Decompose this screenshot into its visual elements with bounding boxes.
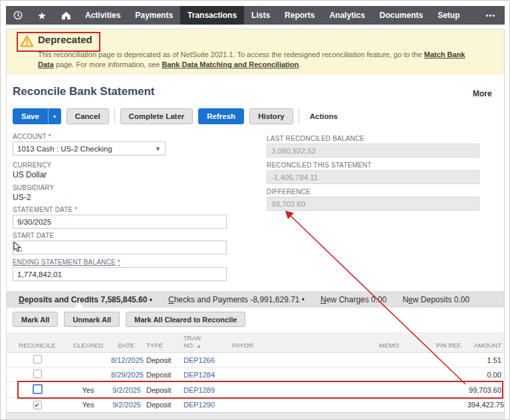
payor-cell <box>229 398 346 412</box>
account-select[interactable]: 1013 Cash : US-2 Checking ▼ <box>13 142 166 156</box>
home-icon[interactable] <box>54 6 78 25</box>
more-link[interactable]: More <box>473 89 492 98</box>
date-link[interactable]: 9/2/2025 <box>112 401 141 409</box>
cleared-cell <box>68 353 108 368</box>
shortcuts-star-icon[interactable]: ★ <box>30 6 54 25</box>
tab-total: -8,991,629.71 <box>250 295 299 304</box>
last-reconciled-balance-label: LAST RECONCILED BALANCE <box>267 135 364 142</box>
col-cleared[interactable]: CLEARED <box>68 332 108 353</box>
cleared-cell <box>68 368 108 382</box>
required-asterisk: * <box>74 206 77 213</box>
start-date-input[interactable] <box>13 241 227 255</box>
tab-deposits-and-credits[interactable]: Deposits and Credits 7,585,845.60 • <box>19 295 152 304</box>
type-cell: Deposit <box>144 382 181 398</box>
save-button[interactable]: Save <box>13 108 48 124</box>
amount-cell: 0.00 <box>465 368 504 382</box>
reconciled-this-statement-input <box>267 170 479 184</box>
complete-later-button[interactable]: Complete Later <box>120 108 193 124</box>
difference-label: DIFFERENCE <box>267 188 311 195</box>
pn-ref-cell <box>432 368 465 382</box>
memo-cell <box>346 382 432 398</box>
tab-label-part: eposits and Credits <box>25 295 98 304</box>
save-dropdown-caret-icon[interactable]: ▼ <box>48 108 61 124</box>
ending-statement-balance-input[interactable] <box>13 267 227 281</box>
col-pn-ref[interactable]: P/N REF. <box>432 332 465 353</box>
memo-cell <box>346 353 432 368</box>
reconcile-checkbox[interactable] <box>33 355 42 364</box>
nav-overflow-menu[interactable]: ••• <box>476 6 505 25</box>
tran-no-link[interactable]: DEP1290 <box>184 401 215 409</box>
col-tran-line1: TRAN <box>184 334 201 342</box>
subsidiary-value: US-2 <box>13 193 31 202</box>
col-payor[interactable]: PAYOR <box>229 332 346 353</box>
select-caret-icon: ▼ <box>155 146 161 152</box>
currency-value: US Dollar <box>13 170 47 179</box>
refresh-button[interactable]: Refresh <box>198 108 244 124</box>
ending-statement-balance-label[interactable]: ENDING STATEMENT BALANCE* <box>13 259 120 266</box>
bottom-scroll-strip[interactable] <box>7 412 504 420</box>
nav-item-lists[interactable]: Lists <box>244 6 277 25</box>
date-link[interactable]: 8/29/2025 <box>111 371 144 379</box>
tran-no-link[interactable]: DEP1266 <box>184 356 215 364</box>
col-reconcile[interactable]: RECONCILE <box>7 332 68 353</box>
statement-date-input[interactable] <box>13 215 227 229</box>
nav-item-analytics[interactable]: Analytics <box>322 6 372 25</box>
unmark-all-button[interactable]: Unmark All <box>64 312 120 327</box>
mark-all-cleared-button[interactable]: Mark All Cleared to Reconcile <box>126 312 245 327</box>
col-date[interactable]: DATE <box>108 332 144 353</box>
reconciled-this-statement-label: RECONCILED THIS STATEMENT <box>267 161 372 169</box>
tab-checks-and-payments[interactable]: Checks and Payments -8,991,629.71 • <box>168 295 305 304</box>
payor-cell <box>229 353 346 368</box>
memo-cell <box>346 398 432 412</box>
nav-item-activities[interactable]: Activities <box>78 6 128 25</box>
cancel-button[interactable]: Cancel <box>66 108 109 124</box>
type-cell: Deposit <box>144 368 181 382</box>
tab-label-part: w Deposits <box>413 295 452 304</box>
required-asterisk: * <box>49 133 51 140</box>
table-row: ✔ Yes 9/2/2025 Deposit DEP1290 394,422.7… <box>7 398 504 412</box>
cleared-cell: Yes <box>68 382 108 398</box>
reconcile-checkbox[interactable] <box>33 369 42 378</box>
tab-new-charges[interactable]: New Charges 0.00 <box>320 295 386 304</box>
tab-total: 0.00 <box>371 295 386 304</box>
nav-item-reports[interactable]: Reports <box>277 6 322 25</box>
tab-bullet: • <box>299 295 305 304</box>
tab-new-deposits[interactable]: New Deposits 0.00 <box>402 295 469 304</box>
tab-total: 0.00 <box>454 295 469 304</box>
tran-no-link[interactable]: DEP1289 <box>184 386 215 394</box>
mark-all-button[interactable]: Mark All <box>13 312 58 327</box>
pn-ref-cell <box>432 382 465 398</box>
reconcile-checkbox-checked[interactable]: ✔ <box>33 401 42 409</box>
nav-item-transactions[interactable]: Transactions <box>180 6 244 25</box>
subtab-strip: Deposits and Credits 7,585,845.60 • Chec… <box>7 291 504 308</box>
memo-cell <box>346 368 432 382</box>
col-memo[interactable]: MEMO <box>346 332 432 353</box>
recent-records-icon[interactable] <box>6 6 30 25</box>
table-row-highlighted: Yes 9/2/2025 Deposit DEP1289 99,703.60 <box>7 382 504 398</box>
table-row: 8/29/2025 Deposit DEP1284 0.00 <box>7 368 504 382</box>
ending-balance-label-text: ENDING STATEMENT BALANCE <box>13 259 116 266</box>
nav-item-setup[interactable]: Setup <box>430 6 467 25</box>
reconcile-checkbox-focused[interactable] <box>33 384 43 394</box>
bank-data-matching-link[interactable]: Bank Data Matching and Reconciliation <box>162 60 299 68</box>
payor-cell <box>229 368 346 382</box>
statement-date-label-text: STATEMENT DATE <box>13 206 72 213</box>
amount-cell: 394,422.75 <box>465 398 504 412</box>
date-link[interactable]: 9/2/2025 <box>112 386 141 394</box>
banner-text-3: . <box>299 60 301 68</box>
nav-item-documents[interactable]: Documents <box>372 6 430 25</box>
history-button[interactable]: History <box>249 108 293 124</box>
col-type[interactable]: TYPE <box>144 332 181 353</box>
col-tran-no[interactable]: TRAN NO. ▲ <box>181 332 229 353</box>
date-link[interactable]: 8/12/2025 <box>111 356 144 364</box>
subsidiary-label: SUBSIDIARY <box>13 184 54 191</box>
nav-item-payments[interactable]: Payments <box>128 6 180 25</box>
tran-no-link[interactable]: DEP1284 <box>184 371 215 379</box>
required-asterisk: * <box>118 259 120 266</box>
account-label: ACCOUNT* <box>13 133 51 140</box>
actions-menu[interactable]: Actions <box>305 112 343 120</box>
col-amount[interactable]: AMOUNT <box>465 332 504 353</box>
active-tab-notch <box>74 303 84 308</box>
account-value: 1013 Cash : US-2 Checking <box>17 145 112 153</box>
table-row: 8/12/2025 Deposit DEP1266 1.51 <box>7 353 504 368</box>
